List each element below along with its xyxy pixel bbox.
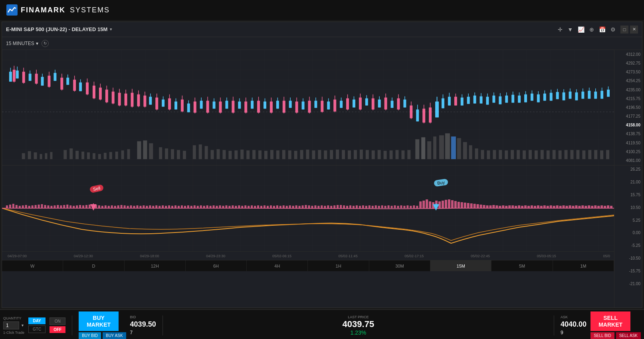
refresh-button[interactable]: ↻ (42, 40, 49, 47)
svg-rect-317 (76, 205, 78, 208)
svg-rect-296 (9, 205, 11, 208)
last-price-value: 4039.75 (169, 319, 547, 329)
quantity-input[interactable] (3, 321, 19, 329)
buy-ask-button[interactable]: BUY ASK (103, 332, 126, 339)
svg-rect-403 (429, 201, 431, 208)
price-4119: 4119.50 (616, 141, 640, 145)
svg-rect-42 (234, 150, 238, 159)
main-chart[interactable] (2, 50, 614, 166)
period-6H[interactable]: 6H (186, 260, 247, 271)
svg-rect-379 (273, 206, 275, 208)
svg-rect-460 (610, 206, 612, 208)
svg-rect-484 (413, 205, 415, 208)
title-dropdown-arrow[interactable]: ▾ (110, 27, 112, 32)
svg-rect-395 (324, 206, 326, 208)
svg-rect-373 (254, 206, 256, 208)
svg-rect-426 (502, 205, 504, 208)
price-4196: 4196.50 (616, 105, 640, 110)
period-15M[interactable]: 15M (430, 260, 491, 271)
time-label-9: 05/0 (603, 254, 610, 258)
close-button[interactable]: ✕ (630, 26, 638, 34)
svg-rect-340 (149, 205, 151, 208)
qty-arrow: ▼ (21, 323, 24, 327)
one-click-label: 1-Click Trade (3, 331, 24, 335)
period-12H[interactable]: 12H (125, 260, 186, 271)
svg-rect-298 (16, 205, 18, 208)
on-button[interactable]: ON (50, 317, 65, 325)
svg-rect-87 (541, 150, 544, 159)
period-5M[interactable]: 5M (491, 260, 553, 271)
svg-rect-364 (225, 205, 227, 208)
gtc-button[interactable]: GTC (28, 325, 46, 333)
svg-rect-385 (292, 206, 294, 208)
settings-icon[interactable]: ⚙ (610, 26, 616, 33)
svg-rect-387 (299, 206, 301, 208)
svg-rect-432 (521, 206, 523, 208)
svg-rect-466 (356, 205, 358, 208)
minimize-button[interactable]: □ (620, 26, 628, 34)
svg-rect-55 (312, 150, 315, 159)
svg-rect-40 (222, 150, 226, 159)
day-button[interactable]: DAY (28, 317, 46, 324)
svg-rect-388 (302, 205, 304, 208)
timeframe-row: 15 MINUTES ▾ ↻ (2, 37, 642, 50)
timeframe-arrow: ▾ (36, 41, 38, 46)
svg-rect-421 (486, 205, 488, 208)
svg-rect-12 (193, 145, 196, 159)
ind-price-5: 5.25 (616, 218, 640, 223)
svg-rect-48 (270, 150, 273, 159)
svg-rect-309 (50, 206, 52, 208)
svg-rect-19 (445, 133, 450, 159)
svg-rect-428 (508, 205, 511, 208)
svg-rect-15 (415, 139, 419, 159)
svg-rect-390 (308, 205, 310, 208)
crosshair-icon[interactable]: ✛ (558, 26, 563, 33)
svg-rect-483 (410, 206, 412, 208)
qty-selector: ▼ (3, 321, 24, 329)
calendar-icon[interactable]: 📅 (599, 26, 606, 33)
svg-rect-4 (28, 151, 31, 159)
layers-icon[interactable]: ⊕ (589, 26, 594, 33)
period-1H[interactable]: 1H (308, 260, 369, 271)
svg-rect-334 (130, 205, 132, 208)
svg-rect-451 (581, 205, 584, 208)
period-W[interactable]: W (2, 260, 63, 271)
buy-bid-button[interactable]: BUY BID (79, 332, 101, 339)
svg-rect-371 (248, 206, 250, 208)
svg-rect-424 (495, 205, 498, 208)
ind-price-10: 10.50 (616, 205, 640, 210)
svg-rect-57 (324, 150, 327, 159)
svg-rect-415 (467, 203, 470, 208)
period-4H[interactable]: 4H (247, 260, 308, 271)
last-price-label: LAST PRICE (169, 315, 547, 319)
marker-icon[interactable]: ▼ (567, 26, 573, 33)
sell-ask-button[interactable]: SELL ASK (616, 332, 641, 339)
sell-sub-buttons: SELL BID SELL ASK (590, 332, 641, 339)
sell-market-button[interactable]: SELLMARKET (590, 311, 630, 331)
time-label-3: 04/29-23:30 (206, 254, 225, 258)
period-1M[interactable]: 1M (553, 260, 614, 271)
svg-rect-372 (251, 205, 253, 208)
svg-rect-437 (537, 205, 539, 208)
price-4254: 4254.25 (616, 79, 640, 83)
svg-rect-66 (378, 150, 381, 159)
svg-rect-338 (143, 205, 145, 208)
svg-rect-341 (152, 206, 154, 208)
svg-rect-313 (63, 205, 65, 208)
indicator-chart[interactable]: Sell Buy (2, 166, 614, 251)
ask-label: ASK (561, 315, 587, 319)
svg-rect-297 (12, 204, 14, 208)
off-button[interactable]: OFF (50, 326, 65, 333)
svg-rect-434 (527, 206, 530, 208)
svg-rect-314 (66, 205, 68, 208)
period-30M[interactable]: 30M (369, 260, 430, 271)
sell-bid-button[interactable]: SELL BID (590, 332, 614, 339)
chart-type-icon[interactable]: 📈 (578, 26, 585, 33)
svg-rect-418 (477, 204, 479, 208)
price-4100: 4100.25 (616, 150, 640, 154)
period-D[interactable]: D (63, 260, 124, 271)
buy-market-button[interactable]: BUYMARKET (79, 311, 119, 331)
timeframe-selector[interactable]: 15 MINUTES ▾ (6, 41, 38, 46)
svg-rect-7 (69, 148, 73, 159)
svg-rect-18 (439, 135, 444, 159)
